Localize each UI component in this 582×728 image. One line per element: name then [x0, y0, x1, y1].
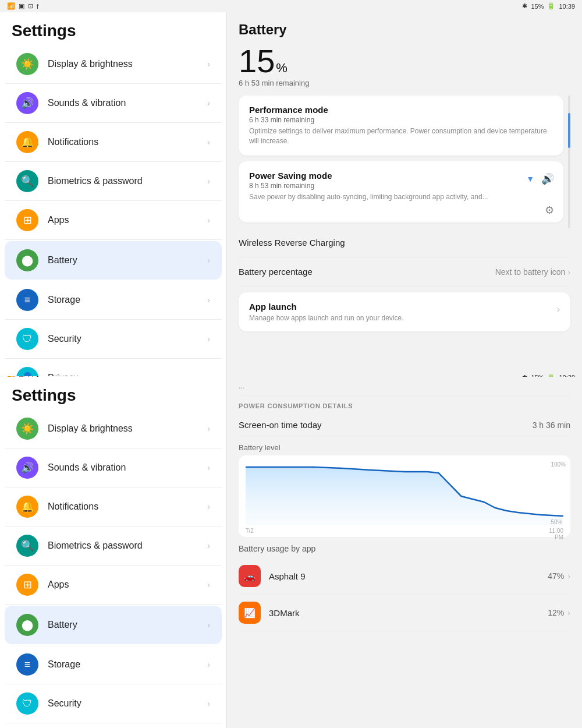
- app-launch-info: App launch Manage how apps launch and ru…: [249, 302, 404, 322]
- sounds-chevron: ›: [207, 463, 210, 472]
- left-settings-panel: Settings ☀️ Display & brightness › 🔊 Sou…: [0, 12, 227, 376]
- battery-title: Battery: [239, 22, 570, 38]
- battery-percentage-row[interactable]: Battery percentage Next to battery icon …: [239, 257, 570, 287]
- battery-chart-svg: [246, 461, 563, 525]
- biometrics-icon: 🔍: [16, 535, 38, 557]
- biometrics-label: Biometrics & password: [48, 540, 207, 551]
- asphalt9-name: Asphalt 9: [269, 571, 548, 581]
- app-usage-asphalt9[interactable]: 🚗 Asphalt 9 47% ›: [239, 558, 570, 595]
- battery-percentage-value-text: Next to battery icon: [495, 267, 566, 277]
- sidebar-item-apps[interactable]: ⊞ Apps ›: [5, 201, 222, 240]
- sidebar-item-display[interactable]: ☀️ Display & brightness ›: [5, 409, 222, 448]
- 3dmark-name: 3DMark: [269, 608, 548, 618]
- sidebar-item-privacy[interactable]: 👤 Privacy ›: [5, 359, 222, 376]
- biometrics-chevron: ›: [207, 176, 210, 186]
- x-label-start: 7/2: [246, 528, 254, 540]
- app-usage-3dmark[interactable]: 📈 3DMark 12% ›: [239, 595, 570, 631]
- right-battery-panel: Battery 15 % 6 h 53 min remaining Perfor…: [227, 12, 582, 376]
- sidebar-item-display[interactable]: ☀️ Display & brightness ›: [5, 45, 222, 84]
- sidebar-item-biometrics[interactable]: 🔍 Biometrics & password ›: [5, 526, 222, 566]
- sounds-label: Sounds & vibration: [48, 462, 207, 473]
- 3dmark-percent: 12%: [548, 608, 564, 617]
- privacy-label: Privacy: [48, 373, 207, 376]
- settings-title-2: Settings: [0, 377, 226, 409]
- battery-usage-by-app-title: Battery usage by app: [239, 544, 570, 553]
- battery-label: Battery: [48, 255, 207, 266]
- battery-remaining: 6 h 53 min remaining: [239, 79, 570, 87]
- sidebar-item-storage[interactable]: ≡ Storage ›: [5, 281, 222, 320]
- 3dmark-icon: 📈: [239, 602, 261, 624]
- screen-on-time-label: Screen-on time today: [239, 420, 322, 430]
- app-launch-card[interactable]: App launch Manage how apps launch and ru…: [239, 292, 570, 331]
- display-label: Display & brightness: [48, 59, 207, 69]
- sidebar-item-battery[interactable]: ⬤ Battery ›: [5, 241, 222, 280]
- storage-chevron: ›: [207, 295, 210, 305]
- sim-icon: ▣: [19, 2, 24, 10]
- settings-title: Settings: [0, 12, 226, 45]
- x-label-end: 11:00PM: [549, 528, 563, 540]
- bluetooth-icon: ✱: [522, 2, 527, 10]
- security-label: Security: [48, 334, 207, 344]
- display-icon: ☀️: [16, 418, 38, 440]
- asphalt9-chevron: ›: [567, 571, 570, 581]
- sidebar-item-apps[interactable]: ⊞ Apps ›: [5, 566, 222, 605]
- sidebar-item-notifications[interactable]: 🔔 Notifications ›: [5, 487, 222, 526]
- storage-label: Storage: [48, 295, 207, 305]
- sidebar-item-security[interactable]: 🛡 Security ›: [5, 684, 222, 723]
- sidebar-item-battery[interactable]: ⬤ Battery ›: [5, 606, 222, 644]
- sounds-icon: 🔊: [16, 92, 38, 114]
- left-settings-panel-2: Settings ☀️ Display & brightness › 🔊 Sou…: [0, 377, 227, 728]
- sidebar-item-privacy[interactable]: 👤 Privacy ›: [5, 723, 222, 728]
- apps-icon: ⊞: [16, 209, 38, 231]
- notifications-icon: 🔔: [16, 131, 38, 153]
- sounds-icon: 🔊: [16, 457, 38, 479]
- battery-chart-container: 100% 50% 7/2 11:00PM: [239, 455, 570, 537]
- apps-label: Apps: [48, 215, 207, 225]
- performance-mode-subtitle: 6 h 33 min remaining: [249, 116, 553, 124]
- battery-chevron: ›: [207, 620, 210, 630]
- sidebar-item-security[interactable]: 🛡 Security ›: [5, 320, 222, 359]
- sidebar-item-sounds[interactable]: 🔊 Sounds & vibration ›: [5, 448, 222, 487]
- sidebar-item-notifications[interactable]: 🔔 Notifications ›: [5, 123, 222, 162]
- biometrics-chevron: ›: [207, 541, 210, 550]
- sidebar-item-biometrics[interactable]: 🔍 Biometrics & password ›: [5, 162, 222, 201]
- scrollbar-thumb: [568, 113, 570, 148]
- privacy-icon: 👤: [16, 367, 38, 376]
- apps-icon: ⊞: [16, 574, 38, 596]
- wireless-reverse-charging-label: Wireless Reverse Charging: [239, 238, 345, 248]
- 3dmark-chevron: ›: [567, 608, 570, 617]
- app-launch-chevron: ›: [557, 304, 560, 314]
- sidebar-item-storage[interactable]: ≡ Storage ›: [5, 645, 222, 684]
- display-chevron: ›: [207, 59, 210, 69]
- sounds-label: Sounds & vibration: [48, 98, 207, 108]
- expand-icon[interactable]: ▼: [526, 174, 534, 183]
- mode-cards-container: Performance mode 6 h 33 min remaining Op…: [239, 96, 570, 228]
- battery-percentage-chevron: ›: [567, 267, 570, 277]
- gear-icon[interactable]: ⚙: [545, 204, 554, 217]
- performance-mode-card[interactable]: Performance mode 6 h 33 min remaining Op…: [239, 96, 563, 156]
- power-saving-mode-subtitle: 8 h 53 min remaining: [249, 182, 553, 190]
- nfc-icon: ⊡: [28, 2, 33, 10]
- screen-on-time-row: Screen-on time today 3 h 36 min: [239, 414, 570, 436]
- storage-icon: ≡: [16, 653, 38, 676]
- display-label: Display & brightness: [48, 423, 207, 434]
- notifications-label: Notifications: [48, 137, 207, 147]
- sidebar-item-sounds[interactable]: 🔊 Sounds & vibration ›: [5, 84, 222, 123]
- apps-chevron: ›: [207, 215, 210, 225]
- battery-percent-status: 15%: [531, 3, 544, 10]
- battery-level-label: Battery level: [239, 443, 570, 452]
- security-icon: 🛡: [16, 692, 38, 715]
- status-bar: 📶 ▣ ⊡ f ✱ 15% 🔋 10:39: [0, 0, 582, 12]
- wireless-reverse-charging-row[interactable]: Wireless Reverse Charging: [239, 228, 570, 257]
- chart-y-labels: 100% 50%: [551, 461, 566, 525]
- y-label-100: 100%: [551, 461, 566, 468]
- speaker-icon: 🔊: [541, 172, 554, 185]
- security-label: Security: [48, 698, 207, 709]
- power-saving-mode-desc: Save power by disabling auto-syncing, li…: [249, 192, 553, 202]
- y-label-50: 50%: [551, 519, 566, 525]
- power-saving-mode-card[interactable]: Power Saving mode 8 h 53 min remaining S…: [239, 161, 563, 223]
- battery-percent-sign: %: [276, 61, 288, 76]
- apps-label: Apps: [48, 579, 207, 590]
- privacy-chevron: ›: [207, 373, 210, 376]
- scrollbar-track: [568, 96, 570, 228]
